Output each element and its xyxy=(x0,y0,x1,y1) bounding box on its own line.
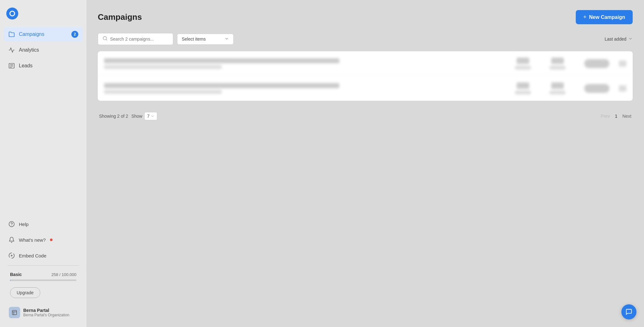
page-header: Campaigns + New Campaign xyxy=(98,10,633,24)
main-content: Campaigns + New Campaign Select items xyxy=(86,0,644,327)
campaign-stat-1 xyxy=(515,82,531,94)
stat-label xyxy=(550,91,565,94)
usage-header: Basic 258 / 100.000 xyxy=(10,272,76,277)
current-page: 1 xyxy=(615,114,617,119)
per-page-value: 7 xyxy=(147,114,150,119)
campaign-name xyxy=(104,83,339,88)
campaign-info xyxy=(104,58,496,69)
search-box[interactable] xyxy=(98,33,173,45)
prev-button[interactable]: Prev xyxy=(601,114,610,119)
chat-icon xyxy=(625,308,632,315)
embed-icon xyxy=(8,252,15,259)
user-info: Berna Partal Berna Partal's Organization xyxy=(23,308,69,317)
user-org: Berna Partal's Organization xyxy=(23,313,69,317)
sort-chevron-icon xyxy=(628,37,633,42)
campaign-name xyxy=(104,58,339,63)
pagination-info: Showing 2 of 2 Show 7 xyxy=(99,112,157,120)
usage-section: Basic 258 / 100.000 xyxy=(4,268,83,284)
campaign-list xyxy=(98,51,633,101)
sidebar-item-help-label: Help xyxy=(19,222,29,227)
sidebar-item-leads[interactable]: Leads xyxy=(4,59,83,73)
sidebar-bottom: Help What's new? Embed Code xyxy=(0,217,86,322)
chevron-down-icon xyxy=(151,114,154,118)
avatar xyxy=(9,307,20,318)
sidebar-item-help[interactable]: Help xyxy=(4,217,83,231)
page-title: Campaigns xyxy=(98,12,142,22)
search-icon xyxy=(103,36,108,42)
usage-bar-fill xyxy=(10,279,10,281)
chevron-down-icon xyxy=(225,37,229,42)
user-profile[interactable]: Berna Partal Berna Partal's Organization xyxy=(4,303,83,322)
showing-text: Showing 2 of 2 xyxy=(99,114,128,119)
campaign-status xyxy=(584,84,609,93)
campaign-stat-1 xyxy=(515,58,531,70)
filter-label: Select items xyxy=(182,37,206,42)
show-select: Show 7 xyxy=(131,112,158,120)
show-label: Show xyxy=(131,114,142,119)
analytics-icon xyxy=(8,47,15,54)
upgrade-button[interactable]: Upgrade xyxy=(10,287,40,298)
campaign-meta xyxy=(104,65,222,69)
campaign-actions[interactable] xyxy=(619,85,626,92)
new-campaign-label: New Campaign xyxy=(589,14,625,20)
sidebar-item-campaigns[interactable]: Campaigns 2 xyxy=(4,27,83,42)
sidebar-item-analytics-label: Analytics xyxy=(19,47,39,53)
stat-label xyxy=(550,66,565,70)
stat-value xyxy=(551,82,564,89)
stat-label xyxy=(515,91,531,94)
stat-label xyxy=(515,66,531,70)
chat-bubble-button[interactable] xyxy=(621,304,636,319)
sidebar-logo xyxy=(0,5,86,27)
table-row[interactable] xyxy=(98,76,633,101)
usage-bar-background xyxy=(10,279,76,281)
svg-line-9 xyxy=(106,39,107,40)
main-nav: Campaigns 2 Analytics Leads xyxy=(0,27,86,217)
campaign-actions[interactable] xyxy=(619,60,626,67)
logo-inner-circle xyxy=(9,11,15,16)
toolbar: Select items Last added xyxy=(98,33,633,45)
folder-icon xyxy=(8,31,15,38)
table-row[interactable] xyxy=(98,51,633,76)
user-name: Berna Partal xyxy=(23,308,69,313)
stat-value xyxy=(517,58,529,64)
sidebar-item-whats-new-label: What's new? xyxy=(19,237,46,243)
pagination-nav: Prev 1 Next xyxy=(601,114,631,119)
svg-point-6 xyxy=(11,255,12,256)
sort-dropdown[interactable]: Last added xyxy=(605,37,633,42)
sort-label: Last added xyxy=(605,37,626,42)
filter-dropdown[interactable]: Select items xyxy=(177,34,234,45)
stat-value xyxy=(517,82,529,89)
help-icon xyxy=(8,221,15,228)
sidebar: Campaigns 2 Analytics Leads xyxy=(0,0,86,327)
usage-value: 258 / 100.000 xyxy=(51,272,76,277)
sidebar-item-embed-code[interactable]: Embed Code xyxy=(4,248,83,263)
bell-icon xyxy=(8,236,15,243)
campaign-stat-2 xyxy=(550,82,565,94)
sidebar-divider xyxy=(8,265,79,266)
leads-icon xyxy=(8,62,15,69)
whats-new-notification-dot xyxy=(50,239,53,241)
sidebar-item-campaigns-label: Campaigns xyxy=(19,31,44,37)
sidebar-item-embed-code-label: Embed Code xyxy=(19,253,47,258)
campaign-info xyxy=(104,83,496,94)
usage-plan-label: Basic xyxy=(10,272,22,277)
campaign-stat-2 xyxy=(550,58,565,70)
sidebar-item-analytics[interactable]: Analytics xyxy=(4,43,83,57)
next-button[interactable]: Next xyxy=(622,114,631,119)
per-page-select[interactable]: 7 xyxy=(144,112,158,120)
stat-value xyxy=(551,58,564,64)
svg-rect-7 xyxy=(12,310,17,315)
pagination: Showing 2 of 2 Show 7 Prev 1 Next xyxy=(98,108,633,124)
campaign-status xyxy=(584,59,609,68)
campaign-meta xyxy=(104,90,222,94)
new-campaign-button[interactable]: + New Campaign xyxy=(576,10,633,24)
sidebar-item-whats-new[interactable]: What's new? xyxy=(4,233,83,247)
search-input[interactable] xyxy=(110,37,169,42)
sidebar-item-leads-label: Leads xyxy=(19,63,33,69)
app-logo[interactable] xyxy=(6,8,18,20)
plus-icon: + xyxy=(583,14,587,20)
campaigns-badge: 2 xyxy=(71,31,78,38)
